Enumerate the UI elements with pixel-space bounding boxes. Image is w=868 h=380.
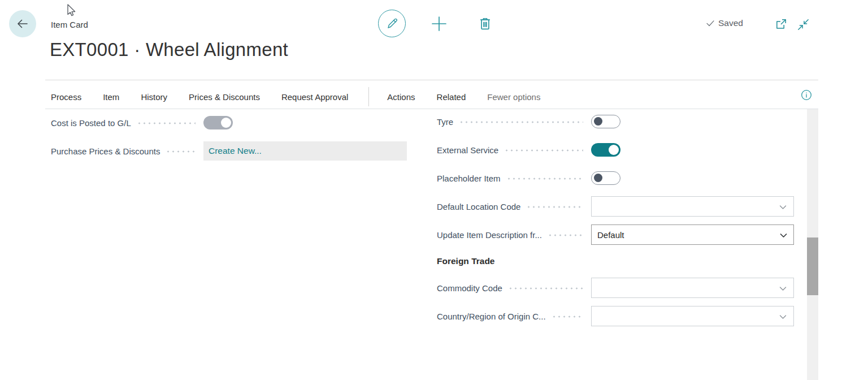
cost-is-posted-to-gl-toggle[interactable] [203, 116, 233, 129]
menu-item-history[interactable]: History [141, 92, 167, 102]
open-in-new-window-button[interactable] [775, 18, 788, 31]
chevron-down-icon [779, 203, 787, 211]
plus-icon [431, 15, 448, 32]
pencil-icon [385, 17, 399, 31]
chevron-down-icon [779, 284, 787, 293]
default-location-code-combobox[interactable] [591, 196, 794, 217]
select-value: Default [597, 230, 624, 240]
edit-button[interactable] [378, 10, 406, 37]
dotted-leader [166, 150, 196, 153]
info-button[interactable] [801, 89, 812, 101]
group-heading-row: Foreign Trade [437, 249, 794, 274]
field-row-update-item-description: Update Item Description fr... Default [437, 221, 794, 249]
dotted-leader [526, 206, 583, 208]
field-row-placeholder-item: Placeholder Item [437, 164, 794, 192]
dotted-leader [508, 287, 583, 290]
dotted-leader [548, 234, 583, 236]
item-card-page: Item Card EXT0001 · Wheel Alignment [0, 0, 868, 380]
dotted-leader [552, 316, 583, 318]
country-region-origin-combobox[interactable] [591, 306, 794, 326]
menu-item-process[interactable]: Process [51, 92, 81, 102]
chevron-down-icon [779, 231, 788, 240]
save-status: Saved [705, 18, 743, 28]
field-label: Update Item Description fr... [437, 230, 542, 240]
action-menu: Process Item History Prices & Discounts … [51, 85, 562, 109]
field-row-country-region-origin: Country/Region of Origin C... [437, 302, 794, 330]
toggle-knob [609, 145, 619, 155]
field-row-commodity-code: Commodity Code [437, 274, 794, 302]
mouse-pointer [65, 3, 77, 20]
field-label: Purchase Prices & Discounts [51, 146, 160, 156]
field-label: Commodity Code [437, 283, 502, 293]
open-in-new-window-icon [775, 18, 788, 31]
back-button[interactable] [9, 10, 36, 37]
minimize-icon [796, 18, 810, 32]
title-divider [45, 80, 818, 80]
field-row-tyre: Tyre [437, 107, 794, 136]
field-label: Tyre [437, 117, 453, 127]
page-title: EXT0001 · Wheel Alignment [50, 39, 288, 61]
info-icon [801, 89, 812, 101]
field-label: External Service [437, 145, 498, 155]
dotted-leader [504, 149, 583, 152]
dotted-leader [459, 121, 583, 123]
field-row-purchase-prices-discounts: Purchase Prices & Discounts Create New..… [51, 137, 407, 165]
minimize-button[interactable] [796, 18, 810, 32]
toggle-knob [221, 118, 231, 128]
field-label: Placeholder Item [437, 174, 501, 183]
chevron-down-icon [779, 313, 787, 321]
dotted-leader [506, 178, 583, 180]
field-label: Cost is Posted to G/L [51, 118, 131, 128]
update-item-description-select[interactable]: Default [591, 224, 794, 245]
vertical-scrollbar-thumb[interactable] [807, 238, 818, 295]
back-arrow-icon [16, 17, 29, 31]
form-column-left: Cost is Posted to G/L Purchase Prices & … [51, 109, 407, 165]
field-row-external-service: External Service [437, 136, 794, 164]
menu-item-related[interactable]: Related [437, 92, 466, 102]
dotted-leader [137, 122, 196, 124]
check-icon [705, 18, 715, 28]
purchase-prices-discounts-field[interactable]: Create New... [203, 141, 407, 161]
delete-button[interactable] [478, 16, 493, 31]
tyre-toggle[interactable] [591, 115, 620, 128]
vertical-scrollbar-track[interactable] [807, 109, 818, 380]
field-row-cost-is-posted-to-gl: Cost is Posted to G/L [51, 109, 407, 137]
saved-label: Saved [718, 18, 743, 28]
create-new-link[interactable]: Create New... [209, 146, 262, 156]
menu-item-fewer-options[interactable]: Fewer options [487, 92, 540, 102]
field-label: Country/Region of Origin C... [437, 312, 546, 321]
menu-item-prices-discounts[interactable]: Prices & Discounts [189, 92, 260, 102]
group-heading-foreign-trade: Foreign Trade [437, 256, 495, 266]
placeholder-item-toggle[interactable] [591, 171, 620, 185]
menu-divider [368, 87, 369, 106]
trash-icon [478, 16, 493, 31]
toggle-knob [594, 117, 602, 126]
menu-item-item[interactable]: Item [103, 92, 119, 102]
commodity-code-combobox[interactable] [591, 278, 794, 298]
field-row-default-location-code: Default Location Code [437, 192, 794, 221]
menu-item-request-approval[interactable]: Request Approval [281, 92, 348, 102]
form-column-right: Tyre External Service Placeholder Item D… [437, 107, 794, 330]
field-label: Default Location Code [437, 202, 520, 211]
menu-item-actions[interactable]: Actions [387, 92, 415, 102]
toggle-knob [594, 174, 602, 182]
external-service-toggle[interactable] [591, 143, 620, 157]
page-caption: Item Card [51, 20, 88, 29]
new-button[interactable] [431, 15, 448, 32]
